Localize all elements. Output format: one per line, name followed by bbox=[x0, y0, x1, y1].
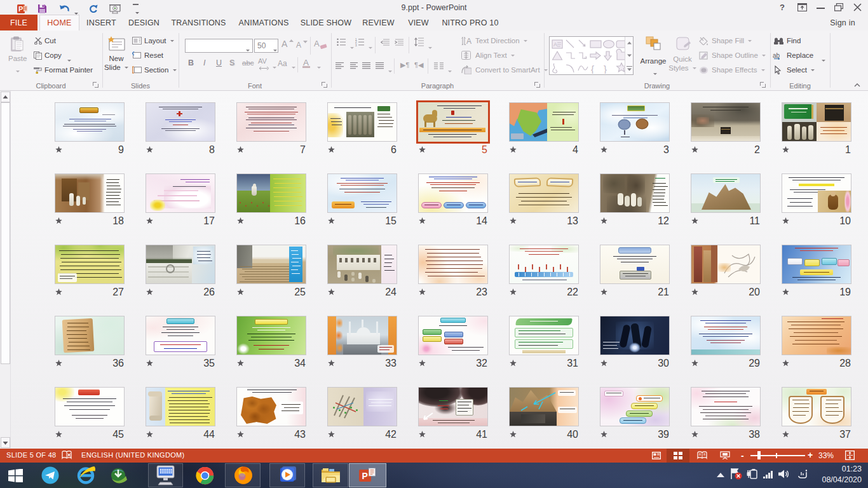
svg-text:3: 3 bbox=[355, 44, 357, 46]
svg-text:}: } bbox=[604, 64, 607, 74]
svg-text:{: { bbox=[591, 64, 594, 74]
svg-text:A: A bbox=[466, 37, 471, 46]
svg-text:A: A bbox=[553, 41, 557, 48]
svg-text:P: P bbox=[362, 471, 368, 481]
